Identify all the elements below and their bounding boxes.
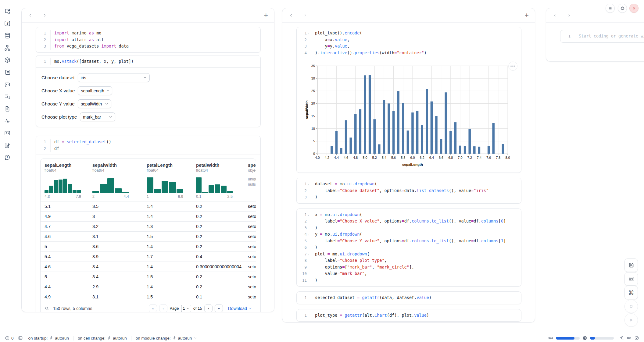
code-editor[interactable]: 1selected_dataset = getattr(data, datase… (297, 292, 521, 304)
help-icon[interactable]: ? (3, 154, 12, 162)
prev-page-button[interactable]: ‹ (159, 304, 167, 312)
code-line: 9 options=["mark_bar", "mark_circle"], (297, 264, 521, 271)
code-editor[interactable]: 1 Start coding or generate with (560, 30, 644, 42)
scratchpad-icon[interactable] (3, 141, 12, 149)
download-button[interactable]: Download (228, 306, 252, 311)
code-editor[interactable]: 1⌄dataset = mo.ui.dropdown(2 label="Choo… (297, 178, 521, 203)
table-row[interactable]: 53.41.50.2setos (41, 272, 256, 282)
next-page-button[interactable]: › (204, 304, 213, 312)
layout-toggle-button[interactable] (624, 272, 638, 286)
connection-status-icon[interactable] (634, 336, 639, 340)
logs-search-icon[interactable] (3, 93, 12, 101)
code-line: 7⌄plot = mo.ui.dropdown( (297, 251, 521, 258)
copilot-icon[interactable] (627, 336, 631, 340)
column-header[interactable]: speciobjecuniqunulls: (244, 162, 256, 199)
svg-text:6.0: 6.0 (410, 156, 415, 159)
table-row[interactable]: 5.43.91.70.4setos (41, 251, 256, 262)
table-row[interactable]: 5.13.51.40.2setos (41, 201, 256, 211)
svg-text:25: 25 (311, 89, 315, 93)
column2-next-arrow[interactable] (303, 13, 308, 18)
code-editor[interactable]: 1import marimo as mo2import altair as al… (36, 27, 260, 52)
code-line: 2 x=x.value, (297, 37, 521, 43)
error-count-badge[interactable]: 0 (5, 336, 14, 340)
add-column-button[interactable]: + (525, 12, 529, 19)
column-header[interactable]: petalLengthfloat6416.9 (143, 162, 192, 199)
column3-next-arrow[interactable] (567, 13, 572, 18)
column-header[interactable]: sepalLengthfloat644.37.9 (41, 162, 88, 199)
svg-text:sepalWidth: sepalWidth (305, 100, 309, 119)
search-icon[interactable] (45, 306, 49, 311)
code-line: 2 label="Choose X value", options=df.col… (297, 218, 521, 225)
page-select[interactable]: 1 (181, 305, 191, 312)
code-editor[interactable]: 1⌄x = mo.ui.dropdown(2 label="Choose X v… (297, 209, 521, 287)
keyboard-shortcuts-button[interactable]: ⌘ (624, 286, 638, 299)
code-editor[interactable]: 1df = selected_dataset()2df (36, 136, 260, 155)
svg-text:sepalLength: sepalLength (402, 163, 423, 166)
table-row[interactable]: 4.63.41.40.30000000000000004setos (41, 262, 256, 272)
code-line: 3) (297, 194, 521, 201)
svg-text:7.8: 7.8 (496, 156, 500, 159)
dropdown-label: Choose X value (41, 88, 75, 94)
ai-sparkles-icon[interactable] (619, 336, 624, 340)
column-histogram (45, 176, 81, 193)
column1-prev-arrow[interactable] (28, 13, 33, 18)
table-row[interactable]: 4.93.11.50.1setos (41, 292, 256, 302)
empty-code-cell: 1 Start coding or generate with (560, 30, 644, 43)
shutdown-close-icon[interactable] (629, 4, 639, 13)
code-editor[interactable]: 1⌄plot_type().encode(2 x=x.value,3 y=y.v… (297, 27, 521, 59)
code-cell-xy-plot-dropdowns: 1⌄x = mo.ui.dropdown(2 label="Choose X v… (296, 208, 521, 287)
table-row[interactable]: 4.63.11.50.2setos (41, 231, 256, 241)
function-square-icon[interactable]: f (3, 20, 12, 27)
run-button[interactable] (624, 313, 638, 327)
bar-chart[interactable]: 051015202530354.04.24.44.64.85.05.25.45.… (304, 63, 518, 170)
model-graph-icon[interactable] (3, 44, 12, 52)
table-row[interactable]: 4.931.40.2setos (41, 211, 256, 221)
terminal-icon (18, 336, 23, 340)
snippets-icon[interactable] (3, 129, 12, 137)
stop-button[interactable] (624, 300, 638, 313)
terminal-button[interactable] (18, 336, 23, 340)
document-icon[interactable] (3, 105, 12, 113)
save-button[interactable] (624, 258, 638, 272)
package-icon[interactable] (3, 56, 12, 64)
runtime-on-cell-change[interactable]: on cell change: autorun (78, 336, 127, 340)
svg-text:20: 20 (311, 102, 315, 105)
dropdown-select[interactable]: mark_bar (80, 112, 115, 121)
chart-actions-menu-icon[interactable] (508, 62, 517, 71)
column2-prev-arrow[interactable] (288, 13, 294, 18)
code-editor[interactable]: 1mo.vstack([dataset, x, y, plot]) (36, 55, 260, 68)
runtime-on-startup[interactable]: on startup: autorun (28, 336, 69, 340)
dropdown-select[interactable]: sepalWidth (78, 99, 111, 108)
dropdown-select[interactable]: sepalLength (78, 86, 112, 95)
table-row[interactable]: 4.42.91.40.2setos (41, 282, 256, 292)
column1-next-arrow[interactable] (42, 13, 47, 18)
dropdown-select[interactable]: iris (78, 73, 150, 82)
column3-prev-arrow[interactable] (552, 13, 557, 18)
tracing-icon[interactable] (3, 117, 12, 125)
column-header[interactable]: sepalWidthfloat6424.4 (88, 162, 143, 199)
chatbot-icon[interactable] (3, 80, 12, 88)
runtime-on-module-change[interactable]: on module change: autorun (136, 336, 197, 340)
file-tree-icon[interactable] (3, 7, 12, 15)
settings-gear-icon[interactable] (618, 4, 627, 13)
table-header-row: sepalLengthfloat644.37.9sepalWidthfloat6… (41, 159, 256, 201)
add-column-button[interactable]: + (264, 12, 268, 19)
dropdown-label: Choose plot type (41, 114, 77, 120)
column-header[interactable]: petalWidthfloat640.12.5 (192, 162, 244, 199)
database-icon[interactable] (3, 32, 12, 40)
svg-text:4.2: 4.2 (325, 156, 329, 159)
notebook-menu-icon[interactable] (606, 4, 615, 13)
table-row[interactable]: 4.73.21.30.2setos (41, 221, 256, 231)
last-page-button[interactable]: » (215, 304, 223, 312)
dataframe-table: sepalLengthfloat644.37.9sepalWidthfloat6… (40, 159, 256, 312)
svg-text:7.2: 7.2 (467, 156, 472, 159)
command-icon: ⌘ (628, 290, 634, 296)
code-line: 4).interactive().properties(width="conta… (297, 50, 521, 56)
generate-with-ai-link[interactable]: generate (618, 34, 638, 38)
column2-header: + (282, 8, 535, 23)
first-page-button[interactable]: « (149, 304, 157, 312)
chevron-down-icon (193, 336, 197, 340)
script-icon[interactable] (3, 68, 12, 76)
code-editor[interactable]: 1plot_type = getattr(alt.Chart(df), plot… (297, 309, 521, 322)
table-row[interactable]: 53.61.40.2setos (41, 241, 256, 251)
